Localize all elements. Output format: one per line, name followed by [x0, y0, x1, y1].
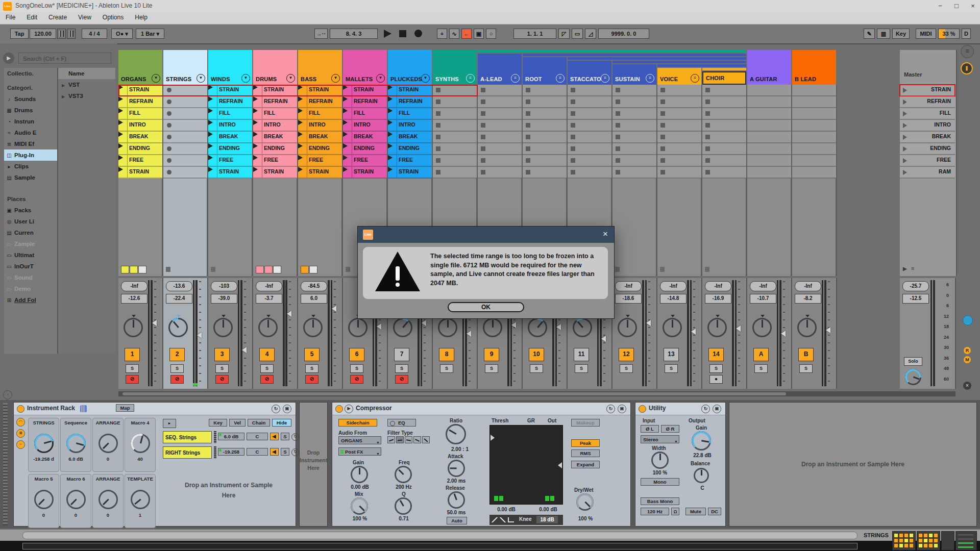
- device-activator[interactable]: [335, 405, 343, 413]
- clip-play-icon[interactable]: [118, 155, 123, 160]
- empty-clip-slot[interactable]: [702, 167, 746, 179]
- stop-all-clips-icon[interactable]: ≡: [911, 265, 914, 271]
- chain-speaker-icon[interactable]: [270, 433, 279, 440]
- pan-knob[interactable]: [303, 318, 323, 337]
- solo-button[interactable]: S: [709, 364, 723, 373]
- clip-slot[interactable]: FREE: [253, 155, 297, 167]
- computer-midi-keyboard-button[interactable]: ▥: [877, 29, 890, 39]
- browser-collections-header[interactable]: Collectio.: [4, 68, 57, 79]
- volume-fader-handle[interactable]: [287, 311, 291, 317]
- group-unfold-icon[interactable]: ≡: [511, 74, 520, 83]
- clip-play-icon[interactable]: [118, 167, 123, 172]
- solo-button[interactable]: S: [126, 364, 139, 373]
- clip-play-icon[interactable]: [298, 132, 303, 137]
- clip-slot[interactable]: ENDING: [208, 143, 252, 155]
- group-slot-icon[interactable]: [436, 135, 440, 139]
- rms-mode-button[interactable]: RMS: [571, 449, 600, 457]
- empty-clip-slot[interactable]: [163, 96, 207, 108]
- group-slot-icon[interactable]: [571, 158, 575, 163]
- empty-clip-slot[interactable]: [478, 143, 522, 155]
- key-map-button[interactable]: Key: [892, 29, 910, 39]
- empty-clip-slot[interactable]: [702, 120, 746, 132]
- clip-slot[interactable]: REFRAIN: [208, 96, 252, 108]
- clip-play-icon[interactable]: [388, 155, 393, 160]
- clip-play-icon[interactable]: [118, 143, 123, 148]
- empty-clip-slot[interactable]: [523, 108, 567, 120]
- clip-slot[interactable]: INTRO: [388, 120, 432, 132]
- volume-field[interactable]: -3.7: [256, 294, 282, 304]
- empty-clip-slot[interactable]: [478, 96, 522, 108]
- loop-button[interactable]: ▭: [572, 29, 583, 39]
- empty-clip-slot[interactable]: [612, 85, 656, 96]
- device-activator[interactable]: [639, 405, 646, 413]
- track-stop-chip[interactable]: [705, 267, 709, 272]
- pan-knob[interactable]: [618, 318, 637, 337]
- track-header-organs[interactable]: ORGANS▼: [118, 50, 162, 85]
- clip-play-icon[interactable]: [208, 167, 213, 172]
- empty-clip-slot[interactable]: [657, 143, 701, 155]
- track-activator[interactable]: 4: [259, 348, 275, 361]
- group-slot-icon[interactable]: [705, 135, 710, 139]
- empty-clip-slot[interactable]: [568, 155, 611, 167]
- track-activator[interactable]: 5: [304, 348, 320, 361]
- clip-play-icon[interactable]: [208, 85, 213, 90]
- group-slot-icon[interactable]: [616, 88, 620, 92]
- chain-hot-swap-icon[interactable]: ↻: [291, 448, 299, 456]
- track-header-b-lead[interactable]: B LEAD: [792, 50, 836, 85]
- clip-play-icon[interactable]: [388, 96, 393, 102]
- sidechain-source-select[interactable]: ORGANS▼: [338, 436, 381, 444]
- empty-clip-slot[interactable]: [657, 132, 701, 143]
- sidebar-item-curren[interactable]: ▤Curren: [4, 227, 57, 238]
- midi-map-button[interactable]: MIDI: [916, 29, 936, 39]
- clip-play-icon[interactable]: [298, 167, 303, 172]
- clip-play-icon[interactable]: [298, 143, 303, 148]
- pan-knob[interactable]: [797, 318, 817, 337]
- empty-clip-slot[interactable]: [657, 167, 701, 179]
- group-slot-icon[interactable]: [571, 99, 575, 104]
- empty-clip-slot[interactable]: [702, 143, 746, 155]
- empty-clip-slot[interactable]: [612, 120, 656, 132]
- group-slot-icon[interactable]: [481, 111, 485, 116]
- status-mini-grid-2[interactable]: [917, 531, 940, 550]
- clip-play-icon[interactable]: [253, 167, 258, 172]
- empty-clip-slot[interactable]: [612, 167, 656, 179]
- mini-clip-chip[interactable]: [256, 266, 264, 273]
- volume-field[interactable]: -14.8: [660, 294, 687, 304]
- clip-stop-icon[interactable]: [167, 123, 172, 128]
- browser-collapse-icon[interactable]: ▶: [3, 53, 14, 64]
- scene-play-icon[interactable]: [903, 111, 907, 116]
- clip-slot[interactable]: FILL: [118, 108, 162, 120]
- metronome-ticks-1[interactable]: [57, 29, 66, 39]
- scene-slot[interactable]: RAM: [900, 167, 955, 179]
- pan-knob[interactable]: [707, 318, 727, 337]
- empty-clip-slot[interactable]: [702, 85, 746, 96]
- group-slot-icon[interactable]: [526, 111, 530, 116]
- drop-instrument-zone[interactable]: DropInstrumentHere: [299, 402, 328, 527]
- group-slot-icon[interactable]: [481, 99, 485, 104]
- clip-play-icon[interactable]: [388, 108, 393, 113]
- clip-slot[interactable]: BREAK: [298, 132, 342, 143]
- arm-button[interactable]: ⊘: [170, 375, 184, 384]
- eq-q-knob[interactable]: [395, 497, 412, 515]
- eq-button[interactable]: EQ: [387, 419, 416, 427]
- clip-play-icon[interactable]: [118, 85, 123, 90]
- menu-create[interactable]: Create: [43, 12, 72, 22]
- menu-options[interactable]: Options: [97, 12, 129, 22]
- clip-play-icon[interactable]: [298, 155, 303, 160]
- scene-slot[interactable]: FREE: [900, 155, 955, 167]
- group-slot-icon[interactable]: [705, 111, 710, 116]
- chain-pan-field[interactable]: C: [247, 448, 268, 456]
- macro-knob[interactable]: [99, 490, 118, 509]
- macro-knob[interactable]: [66, 434, 86, 453]
- empty-clip-slot[interactable]: [163, 132, 207, 143]
- empty-clip-slot[interactable]: [568, 143, 611, 155]
- group-slot-icon[interactable]: [705, 158, 710, 163]
- tap-button[interactable]: Tap: [10, 29, 29, 39]
- volume-fader-handle[interactable]: [601, 336, 606, 342]
- chain-solo-button[interactable]: S: [281, 433, 289, 440]
- peak-level-button[interactable]: -Inf: [660, 281, 687, 291]
- clip-slot[interactable]: STRAIN: [118, 167, 162, 179]
- sidebar-item-audioe[interactable]: ≈Audio E: [4, 127, 57, 138]
- menu-help[interactable]: Help: [129, 12, 153, 22]
- clip-slot[interactable]: INTRO: [343, 120, 387, 132]
